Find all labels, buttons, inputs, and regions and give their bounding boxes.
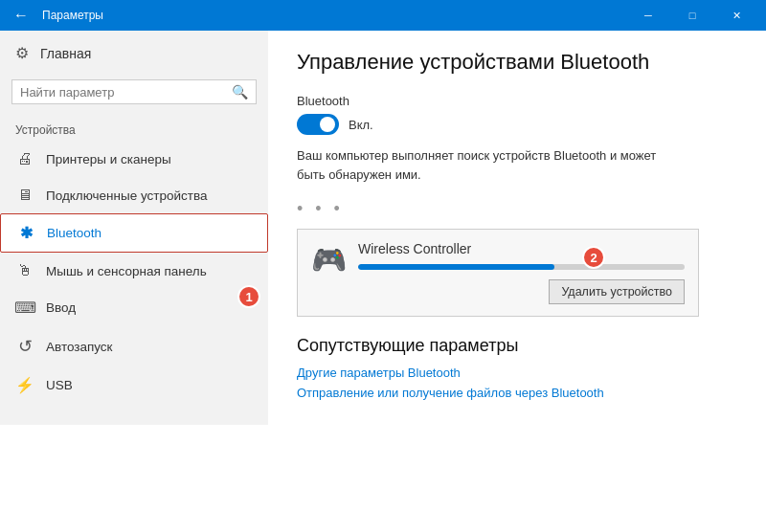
device-card: 🎮 Wireless Controller Удалить устройство bbox=[297, 229, 699, 317]
toggle-label: Вкл. bbox=[349, 118, 373, 132]
bluetooth-icon: ✱ bbox=[16, 224, 35, 242]
home-settings-icon: ⚙ bbox=[15, 44, 29, 62]
device-progress-bar-container bbox=[358, 264, 685, 270]
remove-device-button[interactable]: Удалить устройство bbox=[549, 279, 685, 304]
maximize-button[interactable]: □ bbox=[670, 0, 714, 31]
bluetooth-toggle[interactable] bbox=[297, 114, 339, 135]
sidebar-item-mouse[interactable]: 🖱 Мышь и сенсорная панель bbox=[0, 253, 268, 289]
bluetooth-section: Bluetooth Вкл. Ваш компьютер выполняет п… bbox=[297, 94, 737, 400]
sidebar-item-autorun[interactable]: ↺ Автозапуск bbox=[0, 326, 268, 366]
device-info: Wireless Controller Удалить устройство bbox=[358, 241, 685, 304]
related-link-bluetooth-settings[interactable]: Другие параметры Bluetooth bbox=[297, 366, 737, 380]
sidebar-item-autorun-label: Автозапуск bbox=[46, 340, 113, 354]
search-box[interactable]: 🔍 bbox=[11, 79, 257, 104]
mouse-icon: 🖱 bbox=[15, 262, 34, 279]
loading-dots: • • • bbox=[297, 199, 737, 219]
sidebar-item-bluetooth-label: Bluetooth bbox=[47, 226, 101, 240]
sidebar-item-bluetooth[interactable]: ✱ Bluetooth bbox=[0, 213, 268, 253]
autorun-icon: ↺ bbox=[15, 336, 34, 357]
controller-icon: 🎮 bbox=[311, 243, 347, 277]
search-icon: 🔍 bbox=[232, 84, 248, 100]
title-bar: ← Параметры ─ □ ✕ bbox=[0, 0, 766, 31]
keyboard-icon: ⌨ bbox=[15, 299, 34, 317]
device-name: Wireless Controller bbox=[358, 241, 685, 256]
sidebar-item-connected-label: Подключенные устройства bbox=[46, 188, 208, 203]
sidebar-item-printers-label: Принтеры и сканеры bbox=[46, 152, 171, 166]
minimize-button[interactable]: ─ bbox=[626, 0, 670, 31]
minimize-icon: ─ bbox=[644, 10, 652, 21]
device-progress-bar bbox=[358, 264, 554, 270]
window-controls: ─ □ ✕ bbox=[626, 0, 758, 31]
related-link-file-transfer[interactable]: Отправление или получение файлов через B… bbox=[297, 386, 737, 400]
close-icon: ✕ bbox=[732, 10, 741, 22]
badge-1: 1 bbox=[237, 285, 260, 308]
window-title: Параметры bbox=[42, 9, 103, 22]
toggle-thumb bbox=[320, 117, 335, 132]
maximize-icon: □ bbox=[689, 10, 696, 21]
sidebar-item-connected[interactable]: 🖥 Подключенные устройства bbox=[0, 177, 268, 213]
sidebar: ⚙ Главная 🔍 Устройства 🖨 Принтеры и скан… bbox=[0, 31, 268, 425]
main-content: Управление устройствами Bluetooth Blueto… bbox=[268, 31, 766, 425]
back-icon: ← bbox=[13, 7, 29, 24]
sidebar-section-label: Устройства bbox=[0, 116, 268, 141]
sidebar-item-home[interactable]: ⚙ Главная bbox=[0, 31, 268, 76]
sidebar-item-mouse-label: Мышь и сенсорная панель bbox=[46, 264, 207, 278]
badge-2: 2 bbox=[582, 246, 605, 269]
usb-icon: ⚡ bbox=[15, 376, 34, 394]
toggle-row: Вкл. bbox=[297, 114, 737, 135]
sidebar-item-usb-label: USB bbox=[46, 378, 73, 392]
bluetooth-section-label: Bluetooth bbox=[297, 94, 737, 108]
close-button[interactable]: ✕ bbox=[714, 0, 758, 31]
page-title: Управление устройствами Bluetooth bbox=[297, 50, 737, 75]
sidebar-item-usb[interactable]: ⚡ USB bbox=[0, 366, 268, 404]
sidebar-item-input[interactable]: ⌨ Ввод bbox=[0, 289, 268, 326]
related-settings-title: Сопутствующие параметры bbox=[297, 336, 737, 356]
sidebar-item-printers[interactable]: 🖨 Принтеры и сканеры bbox=[0, 141, 268, 177]
search-input[interactable] bbox=[20, 85, 232, 100]
back-button[interactable]: ← bbox=[8, 2, 34, 29]
bluetooth-info-text: Ваш компьютер выполняет поиск устройств … bbox=[297, 146, 680, 184]
sidebar-item-input-label: Ввод bbox=[46, 300, 76, 315]
printer-icon: 🖨 bbox=[15, 150, 34, 167]
connected-icon: 🖥 bbox=[15, 187, 34, 204]
sidebar-home-label: Главная bbox=[40, 46, 91, 61]
